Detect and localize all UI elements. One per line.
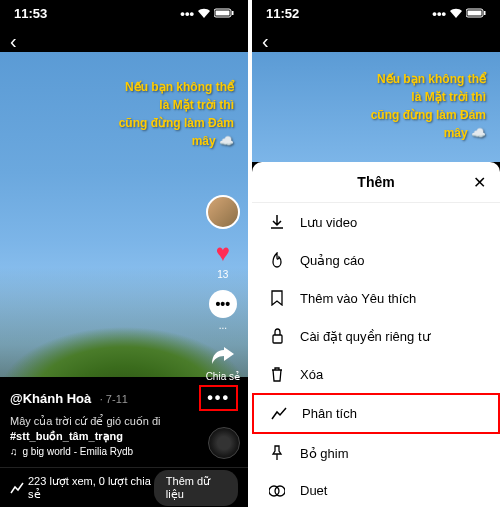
battery-icon bbox=[214, 8, 234, 18]
username[interactable]: @Khánh Hoà bbox=[10, 391, 91, 406]
music-disc[interactable] bbox=[208, 427, 240, 459]
duet-icon bbox=[268, 484, 286, 498]
svg-rect-4 bbox=[468, 11, 482, 16]
wifi-icon bbox=[197, 8, 211, 18]
flame-icon bbox=[268, 252, 286, 268]
profile-avatar[interactable] bbox=[206, 195, 240, 229]
signal-icon: ••• bbox=[180, 6, 194, 21]
comment-button[interactable]: ••• ... bbox=[209, 290, 237, 331]
pin-icon bbox=[268, 445, 286, 461]
music-note-icon: ♫ bbox=[10, 446, 18, 457]
trash-icon bbox=[268, 366, 286, 382]
svg-point-7 bbox=[269, 486, 279, 496]
menu-save-video[interactable]: Lưu video bbox=[252, 203, 500, 241]
analytics-icon bbox=[10, 482, 24, 494]
post-date: · 7-11 bbox=[100, 393, 128, 405]
hashtag[interactable]: #stt_buồn_tâm_trạng bbox=[10, 430, 238, 443]
menu-duet[interactable]: Duet bbox=[252, 472, 500, 507]
status-bar: 11:52 ••• bbox=[252, 0, 500, 26]
sheet-header: Thêm ✕ bbox=[252, 162, 500, 203]
view-stats[interactable]: 223 lượt xem, 0 lượt chia sẻ bbox=[10, 475, 154, 501]
more-sheet: Thêm ✕ Lưu video Quảng cáo Thêm vào Yêu … bbox=[252, 162, 500, 507]
menu-promote[interactable]: Quảng cáo bbox=[252, 241, 500, 279]
sheet-title: Thêm bbox=[357, 174, 394, 190]
share-button[interactable]: Chia sẻ bbox=[206, 341, 240, 382]
heart-icon: ♥ bbox=[209, 239, 237, 267]
status-icons: ••• bbox=[180, 6, 234, 21]
like-button[interactable]: ♥ 13 bbox=[209, 239, 237, 280]
bookmark-icon bbox=[268, 290, 286, 306]
svg-rect-1 bbox=[216, 11, 230, 16]
add-data-button[interactable]: Thêm dữ liệu bbox=[154, 470, 238, 506]
menu-privacy[interactable]: Cài đặt quyền riêng tư bbox=[252, 317, 500, 355]
svg-point-8 bbox=[275, 486, 285, 496]
status-time: 11:53 bbox=[14, 6, 47, 21]
overlay-caption: Nếu bạn không thể là Mặt trời thì cũng đ… bbox=[119, 78, 234, 150]
wifi-icon bbox=[449, 8, 463, 18]
lock-icon bbox=[268, 328, 286, 344]
download-icon bbox=[268, 214, 286, 230]
status-icons: ••• bbox=[432, 6, 486, 21]
back-button[interactable]: ‹ bbox=[10, 30, 17, 53]
menu-favorite[interactable]: Thêm vào Yêu thích bbox=[252, 279, 500, 317]
stats-bar: 223 lượt xem, 0 lượt chia sẻ Thêm dữ liệ… bbox=[0, 467, 248, 507]
status-bar: 11:53 ••• bbox=[0, 0, 248, 26]
music-info[interactable]: ♫ g big world - Emilia Rydb bbox=[10, 446, 238, 457]
close-button[interactable]: ✕ bbox=[473, 173, 486, 192]
dots-icon: ••• bbox=[209, 290, 237, 318]
battery-icon bbox=[466, 8, 486, 18]
status-time: 11:52 bbox=[266, 6, 299, 21]
overlay-caption: Nếu bạn không thể là Mặt trời thì cũng đ… bbox=[371, 70, 486, 142]
menu-analytics[interactable]: Phân tích bbox=[252, 393, 500, 434]
video-caption: Mây của trời cứ để gió cuốn đi bbox=[10, 415, 238, 428]
menu-unpin[interactable]: Bỏ ghim bbox=[252, 434, 500, 472]
sheet-list: Lưu video Quảng cáo Thêm vào Yêu thích C… bbox=[252, 203, 500, 507]
share-arrow-icon bbox=[209, 341, 237, 369]
menu-delete[interactable]: Xóa bbox=[252, 355, 500, 393]
analytics-icon bbox=[270, 407, 288, 421]
svg-rect-2 bbox=[232, 11, 234, 15]
svg-rect-6 bbox=[273, 335, 282, 343]
screen-video-view: 11:53 ••• ‹ Nếu bạn không thể là Mặt trờ… bbox=[0, 0, 248, 507]
screen-more-sheet: 11:52 ••• ‹ Nếu bạn không thể là Mặt trờ… bbox=[252, 0, 500, 507]
signal-icon: ••• bbox=[432, 6, 446, 21]
svg-rect-5 bbox=[484, 11, 486, 15]
side-actions: ♥ 13 ••• ... Chia sẻ bbox=[206, 195, 240, 382]
more-options-button[interactable]: ••• bbox=[199, 385, 238, 411]
back-button[interactable]: ‹ bbox=[262, 30, 269, 53]
